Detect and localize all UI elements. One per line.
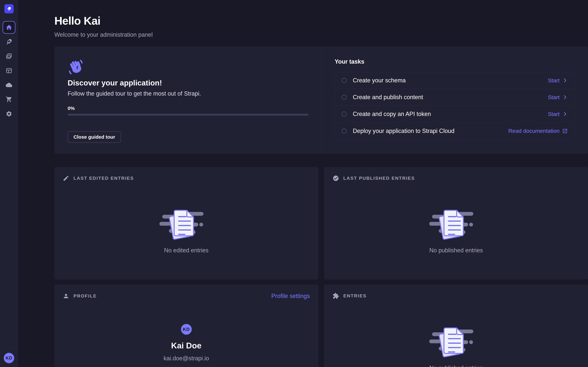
feather-pen-icon bbox=[6, 39, 12, 45]
task-label: Deploy your application to Strapi Cloud bbox=[353, 128, 454, 134]
task-label: Create and publish content bbox=[353, 94, 423, 101]
widget-header: LAST PUBLISHED ENTRIES bbox=[333, 175, 580, 182]
tasks-section: Your tasks Create your schema Start Crea… bbox=[322, 47, 588, 153]
sidebar-item-media-library[interactable] bbox=[4, 52, 14, 61]
task-row: Deploy your application to Strapi Cloud … bbox=[335, 123, 575, 139]
progress-percent-label: 0% bbox=[68, 106, 308, 111]
profile-settings-link[interactable]: Profile settings bbox=[271, 293, 310, 300]
entries-widget: ENTRIES No published entries bbox=[324, 285, 588, 367]
strapi-logo-icon bbox=[6, 6, 12, 11]
empty-state-label: No edited entries bbox=[164, 247, 208, 254]
empty-state: No published entries bbox=[333, 299, 580, 367]
progress-bar bbox=[68, 114, 309, 116]
guided-tour-description: Follow the guided tour to get the most o… bbox=[68, 90, 308, 97]
strapi-logo[interactable] bbox=[4, 4, 14, 13]
last-edited-entries-widget: LAST EDITED ENTRIES No edited entries bbox=[54, 167, 318, 279]
sidebar-item-content-type-builder[interactable] bbox=[4, 66, 14, 75]
pencil-icon bbox=[63, 175, 69, 182]
chevron-right-icon bbox=[562, 111, 568, 117]
task-status-circle-icon bbox=[342, 95, 346, 100]
user-avatar[interactable]: KD bbox=[4, 353, 14, 363]
task-row: Create your schema Start bbox=[335, 72, 575, 89]
read-documentation-link[interactable]: Read documentation bbox=[508, 128, 568, 134]
tasks-list: Create your schema Start Create and publ… bbox=[335, 72, 575, 140]
sidebar-item-settings[interactable] bbox=[4, 109, 14, 118]
page-header: Hello Kai Welcome to your administration… bbox=[54, 14, 153, 38]
widget-title: ENTRIES bbox=[343, 293, 366, 299]
widget-header: LAST EDITED ENTRIES bbox=[63, 175, 310, 182]
task-start-link[interactable]: Start bbox=[548, 94, 568, 100]
guided-tour-section: Discover your application! Follow the gu… bbox=[55, 47, 322, 153]
sidebar-bottom-divider bbox=[0, 348, 18, 349]
shopping-cart-icon bbox=[6, 96, 12, 103]
profile-avatar: KD bbox=[181, 324, 192, 335]
empty-state: No edited entries bbox=[63, 182, 310, 254]
user-icon bbox=[63, 293, 69, 299]
profile-email: kai.doe@strapi.io bbox=[164, 355, 209, 362]
task-label: Create and copy an API token bbox=[353, 111, 431, 117]
external-link-icon bbox=[562, 128, 568, 134]
widget-title: PROFILE bbox=[73, 293, 97, 299]
empty-state-label: No published entries bbox=[429, 365, 483, 367]
task-action-label: Start bbox=[548, 111, 560, 117]
widget-title: LAST EDITED ENTRIES bbox=[73, 176, 134, 181]
task-row: Create and publish content Start bbox=[335, 89, 575, 106]
sidebar-item-content-manager[interactable] bbox=[4, 37, 14, 46]
empty-documents-illustration bbox=[429, 325, 483, 358]
main-content: Hello Kai Welcome to your administration… bbox=[18, 0, 588, 367]
images-icon bbox=[6, 53, 12, 59]
cloud-icon bbox=[6, 82, 12, 88]
close-guided-tour-button[interactable]: Close guided tour bbox=[68, 131, 121, 143]
sidebar: KD bbox=[0, 0, 18, 367]
widget-title: LAST PUBLISHED ENTRIES bbox=[343, 176, 415, 181]
empty-state-label: No published entries bbox=[429, 247, 483, 254]
layout-icon bbox=[6, 67, 12, 74]
guided-tour-title: Discover your application! bbox=[68, 78, 308, 87]
sidebar-item-home[interactable] bbox=[3, 21, 15, 34]
task-status-circle-icon bbox=[342, 112, 346, 117]
profile-name: Kai Doe bbox=[171, 341, 201, 350]
last-published-entries-widget: LAST PUBLISHED ENTRIES No published entr… bbox=[324, 167, 588, 279]
chevron-right-icon bbox=[562, 78, 568, 83]
chevron-right-icon bbox=[562, 94, 568, 100]
widget-header: ENTRIES bbox=[333, 293, 580, 299]
task-status-circle-icon bbox=[342, 78, 346, 83]
task-action-label: Start bbox=[548, 77, 560, 84]
task-action-label: Read documentation bbox=[508, 128, 560, 134]
sidebar-item-marketplace[interactable] bbox=[4, 95, 14, 104]
empty-state: No published entries bbox=[333, 182, 580, 254]
user-initials: KD bbox=[6, 356, 12, 361]
profile-widget: PROFILE Profile settings KD Kai Doe kai.… bbox=[54, 285, 318, 367]
task-row: Create and copy an API token Start bbox=[335, 106, 575, 123]
empty-documents-illustration bbox=[429, 207, 483, 240]
task-start-link[interactable]: Start bbox=[548, 77, 568, 84]
waving-hand-icon bbox=[68, 59, 84, 75]
check-circle-icon bbox=[333, 175, 339, 182]
sidebar-divider bbox=[0, 18, 18, 18]
page-title: Hello Kai bbox=[54, 14, 153, 27]
home-icon bbox=[6, 24, 12, 31]
gear-icon bbox=[6, 111, 12, 117]
widget-header: PROFILE Profile settings bbox=[63, 293, 310, 300]
task-action-label: Start bbox=[548, 94, 560, 100]
task-start-link[interactable]: Start bbox=[548, 111, 568, 117]
guided-tour-card: Discover your application! Follow the gu… bbox=[54, 47, 588, 154]
sidebar-item-strapi-cloud[interactable] bbox=[4, 80, 14, 90]
profile-body: KD Kai Doe kai.doe@strapi.io bbox=[63, 300, 310, 367]
page-subtitle: Welcome to your administration panel bbox=[54, 31, 153, 38]
puzzle-piece-icon bbox=[333, 293, 339, 299]
empty-documents-illustration bbox=[159, 207, 213, 240]
task-label: Create your schema bbox=[353, 77, 406, 84]
task-status-circle-icon bbox=[342, 129, 346, 133]
tasks-title: Your tasks bbox=[335, 58, 575, 65]
profile-initials: KD bbox=[183, 327, 190, 332]
